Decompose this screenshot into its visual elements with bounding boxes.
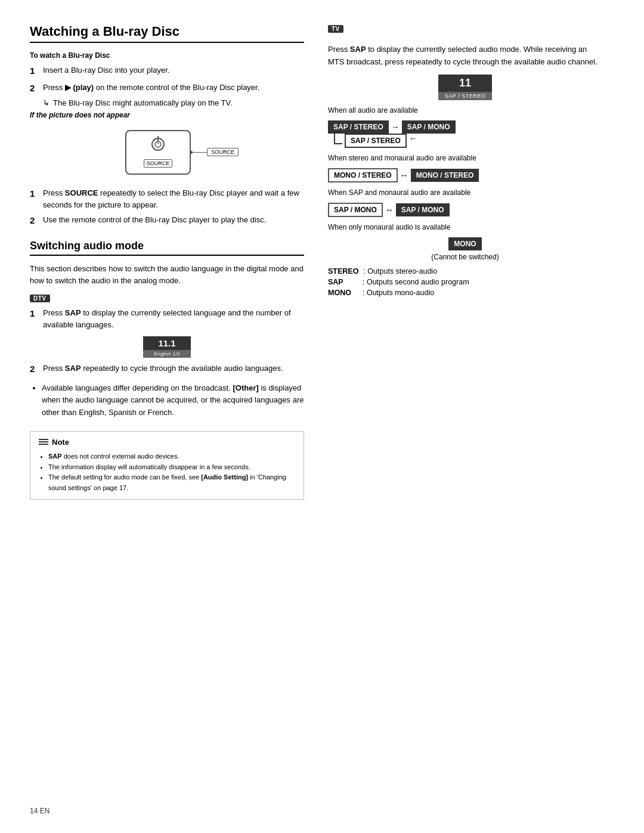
page-footer: 14 EN bbox=[30, 807, 49, 815]
step-1-text: Insert a Blu-ray Disc into your player. bbox=[43, 64, 169, 78]
audio-flow-2: MONO / STEREO ↔ MONO / STEREO bbox=[328, 168, 602, 182]
audio-step-num-2: 2 bbox=[30, 363, 38, 376]
source-btn-small: SOURCE bbox=[144, 159, 173, 168]
power-icon bbox=[151, 138, 165, 151]
term-stereo-key: STEREO bbox=[328, 267, 358, 275]
bluray-substeps: 1 Press SOURCE repeatedly to select the … bbox=[30, 187, 304, 228]
term-sap: SAP : Outputs second audio program bbox=[328, 278, 602, 286]
audio-step-1: 1 Press SAP to display the currently sel… bbox=[30, 307, 304, 330]
when-mono-text: When only monaural audio is available bbox=[328, 223, 602, 231]
section-audio-title: Switching audio mode bbox=[30, 240, 304, 256]
source-btn-large: SOURCE bbox=[207, 148, 239, 156]
substep-num-1: 1 bbox=[30, 187, 38, 210]
btn-sap-stereo-light: SAP / STEREO bbox=[345, 134, 407, 148]
terms-table: STEREO : Outputs stereo-audio SAP : Outp… bbox=[328, 267, 602, 297]
note-icon bbox=[39, 439, 48, 445]
channel-label-dtv: English 1/3 bbox=[143, 350, 191, 358]
channel-label-tv: SAP / STEREO bbox=[438, 92, 492, 100]
term-mono-val: : Outputs mono-audio bbox=[363, 289, 434, 297]
substep-num-2: 2 bbox=[30, 214, 38, 228]
indent-text: The Blu-ray Disc might automatically pla… bbox=[53, 98, 233, 107]
audio-bullets: Available languages differ depending on … bbox=[42, 382, 304, 419]
channel-number-tv: 11 bbox=[438, 75, 492, 92]
btn-sap-mono-light: SAP / MONO bbox=[328, 203, 383, 217]
section-bluray-title: Watching a Blu-ray Disc bbox=[30, 24, 304, 43]
audio-step-num-1: 1 bbox=[30, 307, 38, 330]
arrow-both-2: ↔ bbox=[400, 171, 408, 180]
badge-tv: TV bbox=[328, 25, 343, 33]
btn-sap-stereo-dark: SAP / STEREO bbox=[328, 120, 389, 134]
arrow-left-1: ← bbox=[409, 134, 417, 143]
step-num-1: 1 bbox=[30, 64, 38, 78]
audio-step-1-text: Press SAP to display the currently selec… bbox=[43, 307, 304, 330]
if-picture-label: If the picture does not appear bbox=[30, 111, 304, 119]
cannot-text: (Cannot be switched) bbox=[328, 253, 602, 261]
bluray-steps: 1 Insert a Blu-ray Disc into your player… bbox=[30, 64, 304, 95]
audio-bullet-1: Available languages differ depending on … bbox=[42, 382, 304, 419]
note-bullet-2: The information display will automatical… bbox=[48, 462, 295, 473]
subtitle-watch: To watch a Blu-ray Disc bbox=[30, 51, 304, 60]
substep-2: 2 Use the remote control of the Blu-ray … bbox=[30, 214, 304, 228]
flow-1-row1: SAP / STEREO → SAP / MONO bbox=[328, 120, 602, 134]
device-box: SOURCE bbox=[125, 130, 191, 175]
step-1: 1 Insert a Blu-ray Disc into your player… bbox=[30, 64, 304, 78]
section-audio: Switching audio mode This section descri… bbox=[30, 240, 304, 419]
step-2: 2 Press ▶ (play) on the remote control o… bbox=[30, 82, 304, 95]
arrow-both-3: ↔ bbox=[385, 205, 394, 215]
audio-flow-3: SAP / MONO ↔ SAP / MONO bbox=[328, 203, 602, 217]
btn-mono-stereo-light: MONO / STEREO bbox=[328, 168, 398, 182]
audio-step-2-text: Press SAP repeatedly to cycle through th… bbox=[43, 363, 283, 376]
term-stereo: STEREO : Outputs stereo-audio bbox=[328, 267, 602, 275]
term-mono: MONO : Outputs mono-audio bbox=[328, 289, 602, 297]
channel-display-dtv: 11.1 English 1/3 bbox=[143, 336, 191, 358]
arrow-right-1: → bbox=[391, 122, 400, 132]
note-header: Note bbox=[39, 438, 295, 447]
substep-1-text: Press SOURCE repeatedly to select the Bl… bbox=[43, 187, 304, 210]
tv-intro: Press SAP to display the currently selec… bbox=[328, 44, 602, 69]
step-2-indent: ↳ The Blu-ray Disc might automatically p… bbox=[43, 98, 304, 107]
term-sap-val: : Outputs second audio program bbox=[363, 278, 469, 286]
audio-description: This section describes how to switch the… bbox=[30, 263, 304, 288]
substep-1: 1 Press SOURCE repeatedly to select the … bbox=[30, 187, 304, 210]
note-title: Note bbox=[52, 438, 69, 447]
step-num-2: 2 bbox=[30, 82, 38, 95]
indent-arrow: ↳ bbox=[43, 98, 49, 107]
btn-sap-mono-dark2: SAP / MONO bbox=[396, 203, 450, 216]
audio-steps-2: 2 Press SAP repeatedly to cycle through … bbox=[30, 363, 304, 376]
btn-mono-stereo-dark: MONO / STEREO bbox=[411, 169, 479, 182]
term-mono-key: MONO bbox=[328, 289, 358, 297]
when-stereo-text: When stereo and monaural audio are avail… bbox=[328, 154, 602, 162]
flow-3-row: SAP / MONO ↔ SAP / MONO bbox=[328, 203, 602, 217]
audio-steps: 1 Press SAP to display the currently sel… bbox=[30, 307, 304, 330]
note-box: Note SAP does not control external audio… bbox=[30, 431, 304, 500]
audio-flow-4: MONO (Cannot be switched) bbox=[328, 237, 602, 261]
section-bluray: Watching a Blu-ray Disc To watch a Blu-r… bbox=[30, 24, 304, 228]
btn-sap-mono-dark: SAP / MONO bbox=[402, 120, 456, 134]
channel-number-dtv: 11.1 bbox=[143, 336, 191, 350]
badge-dtv: DTV bbox=[30, 295, 50, 302]
left-column: Watching a Blu-ray Disc To watch a Blu-r… bbox=[30, 24, 304, 500]
flow-2-row: MONO / STEREO ↔ MONO / STEREO bbox=[328, 168, 602, 182]
substep-2-text: Use the remote control of the Blu-ray Di… bbox=[43, 214, 266, 228]
when-sap-text: When SAP and monaural audio are availabl… bbox=[328, 188, 602, 197]
page-layout: Watching a Blu-ray Disc To watch a Blu-r… bbox=[30, 24, 614, 500]
term-sap-key: SAP bbox=[328, 278, 358, 286]
audio-flow-1: SAP / STEREO → SAP / MONO SAP / STEREO ← bbox=[328, 120, 602, 148]
note-bullet-3: The default setting for audio mode can b… bbox=[48, 472, 295, 493]
note-bullets: SAP does not control external audio devi… bbox=[48, 451, 295, 493]
btn-mono-dark: MONO bbox=[448, 237, 481, 250]
device-diagram: SOURCE SOURCE bbox=[30, 125, 304, 179]
note-bullet-1: SAP does not control external audio devi… bbox=[48, 451, 295, 462]
flow-4-row: MONO bbox=[328, 237, 602, 250]
when-all-text: When all audio are available bbox=[328, 106, 602, 114]
term-stereo-val: : Outputs stereo-audio bbox=[363, 267, 437, 275]
audio-step-2: 2 Press SAP repeatedly to cycle through … bbox=[30, 363, 304, 376]
channel-display-tv: 11 SAP / STEREO bbox=[438, 75, 492, 100]
step-2-text: Press ▶ (play) on the remote control of … bbox=[43, 82, 259, 95]
right-column: TV Press SAP to display the currently se… bbox=[328, 24, 602, 500]
